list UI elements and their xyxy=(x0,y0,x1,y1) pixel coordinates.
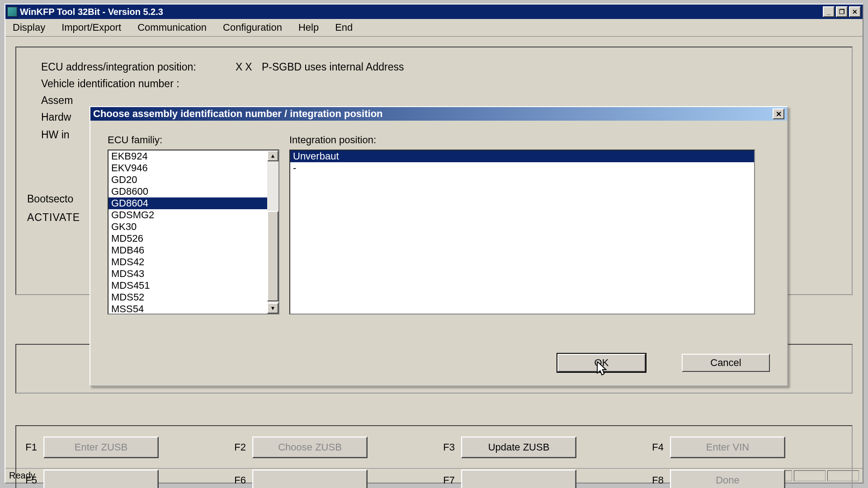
fkey-group-f7: F7 xyxy=(434,469,642,488)
fkey-label: F5 xyxy=(17,474,37,486)
menu-importexport[interactable]: Import/Export xyxy=(60,21,123,34)
ecu-family-listbox[interactable]: EKB924EKV946GD20GD8600GD8604GDSMG2GK30MD… xyxy=(108,150,279,314)
list-item[interactable]: GDSMG2 xyxy=(108,209,267,221)
scroll-up-button[interactable]: ▲ xyxy=(267,150,278,161)
list-item[interactable]: GK30 xyxy=(108,221,267,233)
scroll-down-button[interactable]: ▼ xyxy=(267,303,278,314)
window-title: WinKFP Tool 32Bit - Version 5.2.3 xyxy=(20,7,823,17)
enter-zusb-button[interactable]: Enter ZUSB xyxy=(43,436,159,458)
fkey-label: F7 xyxy=(434,474,455,486)
maximize-button[interactable]: ❐ xyxy=(836,6,848,17)
menu-configuration[interactable]: Configuration xyxy=(221,21,284,34)
hwin-label: HW in xyxy=(41,129,70,141)
fkey-group-f1: F1Enter ZUSB xyxy=(17,436,225,458)
empty-button[interactable] xyxy=(43,469,159,488)
fkey-group-f3: F3Update ZUSB xyxy=(434,436,642,458)
ecu-addr-xx: XX xyxy=(236,61,262,73)
fkey-label: F2 xyxy=(226,441,246,453)
vin-label: Vehicle identification number : xyxy=(41,78,236,90)
titlebar: WinKFP Tool 32Bit - Version 5.2.3 _ ❐ ✕ xyxy=(5,5,863,19)
minimize-button[interactable]: _ xyxy=(823,6,835,17)
choose-assembly-dialog: Choose assembly identification number / … xyxy=(90,106,788,386)
integration-position-listbox[interactable]: Unverbaut- xyxy=(289,150,755,314)
function-keys-frame: F1Enter ZUSBF2Choose ZUSBF3Update ZUSBF4… xyxy=(15,425,853,488)
menu-display[interactable]: Display xyxy=(11,21,47,34)
fkey-group-f4: F4Enter VIN xyxy=(643,436,851,458)
fkey-group-f6: F6 xyxy=(226,469,434,488)
dialog-title: Choose assembly identification number / … xyxy=(93,108,773,120)
list-item[interactable]: GD20 xyxy=(108,174,267,186)
empty-button[interactable] xyxy=(461,469,576,488)
dialog-body: ECU familiy: EKB924EKV946GD20GD8600GD860… xyxy=(90,121,787,385)
fkey-group-f5: F5 xyxy=(17,469,225,488)
menu-help[interactable]: Help xyxy=(297,21,321,34)
fkey-group-f8: F8Done xyxy=(643,469,851,488)
done-button[interactable]: Done xyxy=(670,469,785,488)
ok-button[interactable]: OK xyxy=(557,354,646,372)
list-item[interactable]: MSS54 xyxy=(108,303,267,314)
ecu-addr-msg: P-SGBD uses internal Address xyxy=(262,61,404,73)
list-item[interactable]: MDB46 xyxy=(108,244,267,256)
menu-communication[interactable]: Communication xyxy=(136,21,208,34)
scroll-track[interactable] xyxy=(267,161,278,303)
cancel-button[interactable]: Cancel xyxy=(682,354,770,372)
list-item[interactable]: GD8604 xyxy=(108,197,267,209)
fkey-label: F6 xyxy=(226,474,246,486)
titlebar-buttons: _ ❐ ✕ xyxy=(823,6,861,17)
dialog-titlebar: Choose assembly identification number / … xyxy=(90,107,787,121)
list-item[interactable]: MDS52 xyxy=(108,291,267,303)
scroll-thumb[interactable] xyxy=(267,211,278,301)
menu-end[interactable]: End xyxy=(333,21,354,34)
fkey-label: F3 xyxy=(434,441,455,453)
fkey-group-f2: F2Choose ZUSB xyxy=(226,436,434,458)
list-item[interactable]: GD8600 xyxy=(108,186,267,197)
activate-label-vis: ACTIVATE xyxy=(27,211,80,224)
ecu-addr-label: ECU address/integration position: xyxy=(41,61,236,73)
close-button[interactable]: ✕ xyxy=(849,6,861,17)
scrollbar[interactable]: ▲ ▼ xyxy=(267,150,278,314)
list-item[interactable]: MDS42 xyxy=(108,256,267,268)
empty-button[interactable] xyxy=(252,469,368,488)
fkey-label: F8 xyxy=(643,474,664,486)
update-zusb-button[interactable]: Update ZUSB xyxy=(461,436,576,458)
list-item[interactable]: MDS451 xyxy=(108,280,267,291)
list-item[interactable]: - xyxy=(290,162,754,174)
list-item[interactable]: EKV946 xyxy=(108,162,267,174)
list-item[interactable]: Unverbaut xyxy=(290,150,754,162)
hardw-label: Hardw xyxy=(41,111,71,123)
list-item[interactable]: EKB924 xyxy=(108,150,267,162)
app-icon xyxy=(7,7,17,17)
assem-label: Assem xyxy=(41,94,73,107)
list-item[interactable]: MDS43 xyxy=(108,268,267,280)
enter-vin-button[interactable]: Enter VIN xyxy=(670,436,785,458)
dialog-close-button[interactable]: ✕ xyxy=(773,108,784,119)
menubar: DisplayImport/ExportCommunicationConfigu… xyxy=(5,19,863,37)
integration-position-label: Integration position: xyxy=(289,134,755,146)
boot-label-vis: Bootsecto xyxy=(27,193,73,205)
fkey-label: F4 xyxy=(643,441,664,453)
ecu-family-label: ECU familiy: xyxy=(108,134,279,146)
list-item[interactable]: MD526 xyxy=(108,233,267,244)
choose-zusb-button[interactable]: Choose ZUSB xyxy=(252,436,368,458)
fkey-label: F1 xyxy=(17,441,37,453)
